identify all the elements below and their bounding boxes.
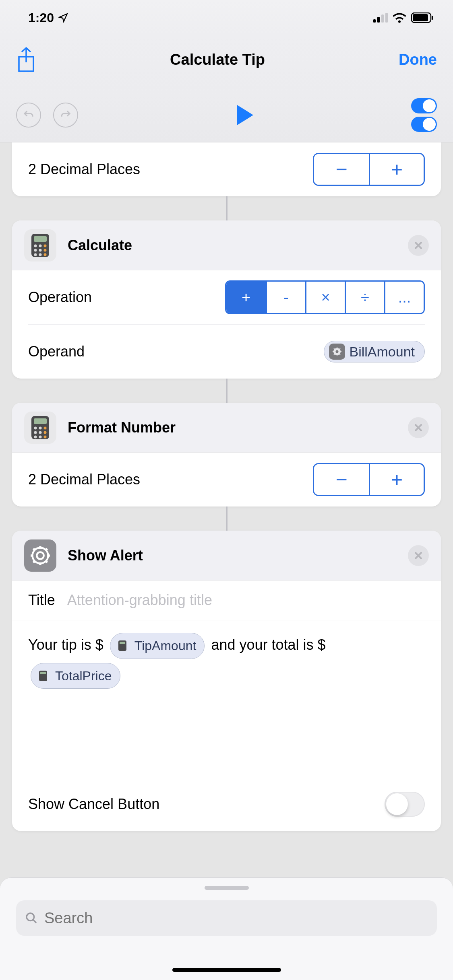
svg-point-17 — [39, 253, 42, 256]
share-icon[interactable] — [16, 46, 36, 73]
play-button[interactable] — [236, 104, 254, 126]
action-card-calculate: Calculate Operation + - × ÷ ... Operand — [12, 220, 441, 379]
svg-point-12 — [44, 244, 47, 247]
gear-icon — [24, 539, 56, 572]
gear-icon — [329, 344, 345, 360]
svg-point-13 — [34, 249, 37, 251]
svg-rect-9 — [34, 236, 47, 242]
svg-point-20 — [336, 350, 339, 353]
svg-point-37 — [34, 435, 37, 438]
svg-rect-51 — [40, 672, 46, 674]
svg-line-28 — [334, 354, 335, 355]
svg-point-35 — [39, 431, 42, 434]
nav-bar: Calculate Tip Done — [0, 35, 453, 96]
svg-line-27 — [339, 348, 340, 350]
operation-segments[interactable]: + - × ÷ ... — [225, 280, 425, 314]
svg-point-18 — [44, 253, 47, 256]
svg-line-25 — [334, 348, 335, 350]
svg-point-39 — [44, 435, 47, 438]
svg-rect-1 — [377, 17, 380, 23]
op-add[interactable]: + — [226, 282, 266, 313]
svg-point-52 — [27, 913, 34, 921]
calculator-icon — [114, 638, 130, 654]
svg-point-10 — [34, 244, 37, 247]
svg-rect-6 — [432, 16, 433, 20]
action-card-format-number: Format Number 2 Decimal Places − + — [12, 403, 441, 506]
svg-point-11 — [39, 244, 42, 247]
calculator-icon — [24, 412, 56, 444]
svg-line-46 — [46, 548, 47, 550]
svg-rect-3 — [385, 13, 388, 23]
wifi-icon — [393, 12, 406, 23]
svg-line-26 — [339, 354, 340, 355]
page-title: Calculate Tip — [170, 51, 265, 68]
alert-title-input[interactable]: Attention-grabbing title — [67, 592, 212, 609]
svg-point-33 — [44, 426, 47, 429]
connector — [226, 379, 228, 403]
show-cancel-toggle[interactable] — [385, 792, 425, 817]
operation-label: Operation — [28, 289, 92, 306]
status-bar: 1:20 — [0, 0, 453, 35]
redo-button[interactable] — [53, 103, 78, 128]
search-input[interactable] — [44, 910, 428, 927]
svg-rect-2 — [381, 14, 384, 23]
svg-point-16 — [34, 253, 37, 256]
action-title: Show Alert — [68, 547, 143, 564]
alert-message-body[interactable]: Your tip is $ TipAmount and your total i… — [12, 620, 441, 777]
totalprice-token[interactable]: TotalPrice — [31, 663, 120, 689]
svg-point-32 — [39, 426, 42, 429]
done-button[interactable]: Done — [399, 51, 437, 68]
op-multiply[interactable]: × — [305, 282, 345, 313]
calculator-icon — [35, 668, 51, 684]
svg-point-34 — [34, 431, 37, 434]
view-toggles[interactable] — [411, 98, 437, 132]
svg-point-15 — [44, 249, 47, 251]
delete-action-button[interactable] — [408, 417, 429, 438]
decimal-places-label: 2 Decimal Places — [28, 161, 140, 178]
svg-line-47 — [33, 561, 35, 562]
stepper-minus[interactable]: − — [314, 154, 369, 185]
home-indicator[interactable] — [172, 968, 281, 972]
search-field[interactable] — [16, 900, 437, 936]
operand-token[interactable]: BillAmount — [324, 341, 425, 362]
action-title: Calculate — [68, 237, 132, 254]
svg-rect-30 — [34, 418, 47, 424]
svg-rect-0 — [373, 19, 376, 23]
tool-bar — [0, 96, 453, 142]
action-card-show-alert: Show Alert Title Attention-grabbing titl… — [12, 531, 441, 831]
tipamount-token[interactable]: TipAmount — [110, 633, 205, 659]
svg-point-31 — [34, 426, 37, 429]
action-library-sheet[interactable] — [0, 877, 453, 980]
location-icon — [58, 12, 68, 23]
decimal-places-stepper[interactable]: − + — [313, 463, 425, 496]
stepper-minus[interactable]: − — [314, 464, 369, 495]
svg-line-45 — [46, 561, 47, 562]
svg-line-53 — [33, 920, 36, 923]
show-cancel-label: Show Cancel Button — [28, 796, 159, 813]
operand-label: Operand — [28, 343, 85, 360]
search-icon — [25, 912, 38, 924]
svg-point-36 — [44, 431, 47, 434]
delete-action-button[interactable] — [408, 235, 429, 256]
stepper-plus[interactable]: + — [369, 464, 424, 495]
delete-action-button[interactable] — [408, 545, 429, 566]
stepper-plus[interactable]: + — [369, 154, 424, 185]
signal-icon — [373, 13, 388, 23]
connector — [226, 196, 228, 220]
alert-msg-part1: Your tip is $ — [28, 636, 103, 653]
op-subtract[interactable]: - — [266, 282, 305, 313]
alert-msg-part2: and your total is $ — [211, 636, 325, 653]
undo-button[interactable] — [16, 103, 41, 128]
action-title: Format Number — [68, 419, 176, 436]
calculator-icon — [24, 229, 56, 261]
battery-icon — [411, 12, 434, 23]
connector — [226, 506, 228, 531]
decimal-places-stepper[interactable]: − + — [313, 153, 425, 186]
decimal-places-label: 2 Decimal Places — [28, 471, 140, 488]
op-divide[interactable]: ÷ — [345, 282, 384, 313]
svg-point-38 — [39, 435, 42, 438]
op-more[interactable]: ... — [384, 282, 424, 313]
alert-title-label: Title — [28, 592, 55, 609]
sheet-grabber[interactable] — [205, 886, 249, 890]
action-card-format-number-top: 2 Decimal Places − + — [12, 142, 441, 196]
